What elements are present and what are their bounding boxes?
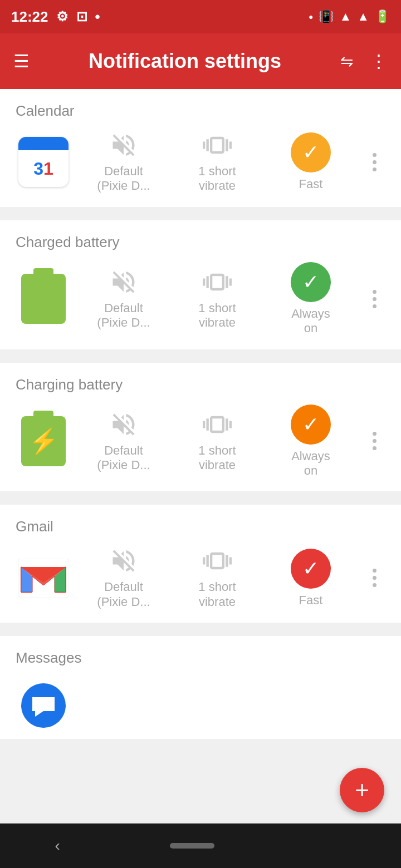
gmail-section-title: Gmail: [16, 518, 385, 535]
divider2: [0, 356, 401, 363]
fab-plus-icon: +: [355, 776, 369, 804]
status-right-icons: ● 📳 ▲ ▲ 🔋: [309, 9, 390, 24]
gmail-status-label: Fast: [299, 593, 323, 608]
charging-battery-status-label: Alwayson: [291, 449, 330, 479]
messages-icon-wrapper: [16, 678, 71, 733]
divider3: [0, 498, 401, 505]
gmail-status-circle: ✓: [291, 549, 331, 589]
charging-battery-status-option[interactable]: ✓ Alwayson: [283, 405, 339, 479]
messages-app-icon: [21, 683, 66, 728]
charging-battery-sound-label: Default(Pixie D...: [97, 443, 150, 473]
gmail-vibrate-option[interactable]: 1 shortvibrate: [189, 546, 245, 609]
charged-battery-sound-option[interactable]: Default(Pixie D...: [96, 268, 151, 331]
gmail-vibrate-label: 1 shortvibrate: [198, 580, 236, 609]
calendar-status-label: Fast: [299, 177, 323, 191]
charged-battery-status-option[interactable]: ✓ Alwayson: [283, 262, 339, 336]
home-indicator[interactable]: [170, 843, 214, 849]
app-bar: ☰ Notification settings ⇋ ⋮: [0, 33, 401, 89]
dot1: [373, 290, 376, 294]
calendar-icon-body: [18, 150, 69, 187]
gmail-more-button[interactable]: [363, 563, 385, 593]
wifi-icon: ▲: [339, 9, 351, 24]
calendar-vibrate-option[interactable]: 1 shortvibrate: [189, 131, 245, 194]
gear-icon: ⚙: [56, 9, 69, 24]
battery-full-app-icon: [21, 274, 66, 324]
charged-battery-status-label: Alwayson: [291, 307, 330, 336]
gmail-sound-muted-icon: [109, 546, 138, 575]
gmail-sound-label: Default(Pixie D...: [97, 580, 150, 609]
charging-battery-section: Charging battery ⚡ Default(Pixie D...: [0, 363, 401, 492]
charging-battery-vibrate-option[interactable]: 1 shortvibrate: [189, 410, 245, 473]
calendar-vibrate-label: 1 shortvibrate: [198, 164, 236, 194]
battery-status-icon: 🔋: [375, 9, 390, 24]
charged-vibrate-off-icon: [203, 268, 232, 297]
sort-icon[interactable]: ⇋: [340, 52, 353, 71]
status-time-area: 12:22 ⚙ ⊡ •: [11, 8, 100, 26]
calendar-status-option[interactable]: ✓ Fast: [283, 132, 339, 191]
charging-battery-status-circle: ✓: [291, 405, 331, 445]
gmail-sound-option[interactable]: Default(Pixie D...: [96, 546, 151, 609]
dot2: [373, 160, 376, 164]
charged-sound-muted-icon: [109, 268, 138, 297]
charging-battery-options: Default(Pixie D... 1 shortvibrate ✓ Alwa…: [77, 405, 358, 479]
calendar-icon-top: [18, 137, 69, 150]
fab-add-button[interactable]: +: [340, 768, 384, 812]
charging-battery-row: ⚡ Default(Pixie D...: [16, 405, 385, 479]
screenshot-icon: ⊡: [76, 9, 87, 24]
sound-muted-icon: [109, 131, 138, 160]
charged-battery-more-button[interactable]: [363, 284, 385, 314]
gmail-status-option[interactable]: ✓ Fast: [283, 549, 339, 608]
divider4: [0, 629, 401, 636]
status-bar: 12:22 ⚙ ⊡ • ● 📳 ▲ ▲ 🔋: [0, 0, 401, 33]
dot2: [373, 439, 376, 443]
charging-battery-more-button[interactable]: [363, 426, 385, 456]
calendar-sound-option[interactable]: Default(Pixie D...: [96, 131, 151, 194]
app-bar-title: Notification settings: [46, 50, 324, 73]
gmail-vibrate-off-icon: [203, 546, 232, 575]
calendar-section: Calendar Default(Pixie D...: [0, 89, 401, 207]
dot-indicator: •: [95, 8, 100, 26]
calendar-app-icon: [18, 137, 69, 187]
calendar-sound-label: Default(Pixie D...: [97, 164, 150, 194]
navigation-bar: ‹: [0, 823, 401, 868]
dot1: [373, 569, 376, 573]
vibrate-status-icon: 📳: [319, 9, 334, 24]
back-button[interactable]: ‹: [55, 837, 60, 855]
dot3: [373, 446, 376, 450]
charged-battery-sound-label: Default(Pixie D...: [97, 301, 150, 331]
content-area: Calendar Default(Pixie D...: [0, 89, 401, 739]
charging-sound-muted-icon: [109, 410, 138, 439]
gmail-row: Default(Pixie D... 1 shortvibrate ✓ Fast: [16, 546, 385, 609]
dot3: [373, 583, 376, 587]
charged-battery-vibrate-option[interactable]: 1 shortvibrate: [189, 268, 245, 331]
calendar-icon-wrapper: [16, 134, 71, 190]
more-icon[interactable]: ⋮: [370, 51, 388, 72]
gmail-section: Gmail: [0, 505, 401, 623]
charging-battery-vibrate-label: 1 shortvibrate: [198, 443, 236, 473]
dot1: [373, 153, 376, 157]
charging-vibrate-off-icon: [203, 410, 232, 439]
calendar-row: Default(Pixie D... 1 shortvibrate ✓ Fast: [16, 131, 385, 194]
gmail-icon-wrapper: [16, 550, 71, 606]
menu-icon[interactable]: ☰: [13, 51, 30, 72]
messages-section: Messages: [0, 636, 401, 739]
charged-battery-options: Default(Pixie D... 1 shortvibrate ✓ Alwa…: [77, 262, 358, 336]
charging-battery-sound-option[interactable]: Default(Pixie D...: [96, 410, 151, 473]
bolt-icon: ⚡: [28, 427, 59, 456]
charged-battery-section-title: Charged battery: [16, 234, 385, 251]
status-time: 12:22: [11, 8, 48, 26]
vibrate-off-icon: [203, 131, 232, 160]
charging-battery-icon-wrapper: ⚡: [16, 413, 71, 469]
messages-icon-svg: [30, 694, 57, 717]
gmail-options: Default(Pixie D... 1 shortvibrate ✓ Fast: [77, 546, 358, 609]
divider1: [0, 214, 401, 220]
calendar-more-button[interactable]: [363, 147, 385, 177]
active-dot-icon: ●: [309, 12, 313, 21]
charged-battery-row: Default(Pixie D... 1 shortvibrate ✓ Alwa…: [16, 262, 385, 336]
messages-row: [16, 678, 385, 733]
signal-icon: ▲: [357, 9, 369, 24]
charging-battery-section-title: Charging battery: [16, 376, 385, 393]
dot1: [373, 432, 376, 436]
charged-battery-section: Charged battery Default(Pixie D...: [0, 220, 401, 349]
dot3: [373, 304, 376, 308]
